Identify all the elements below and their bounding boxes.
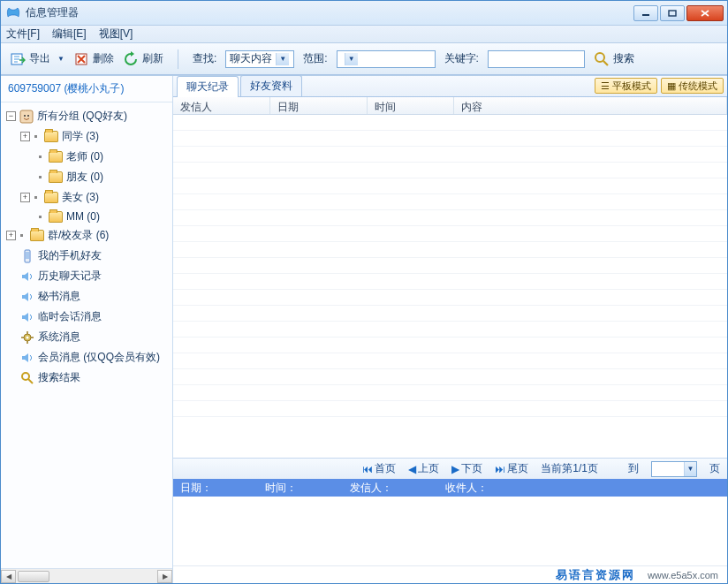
export-button[interactable]: 导出 ▼ — [10, 51, 64, 67]
page-suffix: 页 — [709, 461, 720, 476]
tab-chat[interactable]: 聊天纪录 — [177, 76, 239, 97]
close-button[interactable] — [686, 5, 724, 21]
folder-icon — [44, 131, 58, 142]
tree-node-friends[interactable]: 朋友 (0) — [3, 167, 171, 187]
scroll-left-icon[interactable]: ◀ — [1, 570, 16, 583]
classic-mode-button[interactable]: ▦传统模式 — [661, 78, 724, 94]
menubar: 文件[F] 编辑[E] 视图[V] — [1, 26, 727, 43]
scroll-track[interactable] — [16, 570, 157, 583]
window: 信息管理器 文件[F] 编辑[E] 视图[V] 导出 ▼ 删除 刷新 查找: 聊… — [0, 0, 728, 584]
tab-info[interactable]: 好友资料 — [240, 75, 302, 96]
range-select[interactable]: ▼ — [337, 50, 436, 68]
range-label: 范围: — [303, 51, 327, 66]
table-row[interactable] — [173, 306, 727, 322]
svg-point-4 — [595, 53, 604, 62]
expand-icon[interactable]: + — [20, 132, 30, 141]
detail-sender-label: 发信人： — [350, 481, 392, 496]
tree-label: 会员消息 (仅QQ会员有效) — [38, 350, 160, 365]
tree-node-classmates[interactable]: +同学 (3) — [3, 126, 171, 147]
export-dropdown-icon[interactable]: ▼ — [57, 55, 64, 63]
table-row[interactable] — [173, 401, 727, 417]
sidebar-scrollbar[interactable]: ◀ ▶ — [1, 568, 172, 583]
table-row[interactable] — [173, 338, 727, 353]
scroll-right-icon[interactable]: ▶ — [157, 570, 172, 583]
next-page-button[interactable]: ▶下页 — [451, 461, 482, 476]
tree-node-mobile[interactable]: 我的手机好友 — [3, 246, 171, 266]
menu-edit[interactable]: 编辑[E] — [52, 27, 87, 42]
tree-node-history[interactable]: 历史聊天记录 — [3, 266, 171, 286]
table-row[interactable] — [173, 163, 727, 178]
table-row[interactable] — [173, 385, 727, 401]
table-row[interactable] — [173, 322, 727, 338]
prev-page-button[interactable]: ◀上页 — [408, 461, 439, 476]
table-row[interactable] — [173, 194, 727, 210]
speaker-icon — [20, 310, 34, 324]
tree-node-beauty[interactable]: +美女 (3) — [3, 187, 171, 208]
tree-node-temp[interactable]: 临时会话消息 — [3, 307, 171, 327]
minimize-button[interactable] — [633, 5, 658, 21]
col-content[interactable]: 内容 — [454, 97, 727, 114]
grid-header: 发信人 日期 时间 内容 — [173, 97, 727, 115]
refresh-button[interactable]: 刷新 — [123, 51, 163, 67]
table-row[interactable] — [173, 131, 727, 147]
tree-node-all-groups[interactable]: − 所有分组 (QQ好友) — [3, 106, 171, 126]
delete-button[interactable]: 删除 — [73, 51, 114, 67]
speaker-icon — [20, 290, 34, 304]
search-button[interactable]: 搜索 — [594, 51, 634, 67]
delete-label: 删除 — [93, 51, 114, 66]
tree-node-secretary[interactable]: 秘书消息 — [3, 286, 171, 307]
svg-point-7 — [27, 115, 29, 117]
tree-label: 系统消息 — [38, 330, 80, 345]
gear-icon — [20, 330, 34, 345]
first-page-button[interactable]: ⏮首页 — [362, 461, 396, 476]
goto-page-input[interactable]: ▼ — [651, 461, 697, 477]
folder-icon — [30, 230, 44, 241]
mode-label: 传统模式 — [679, 80, 717, 93]
folder-icon — [44, 192, 58, 203]
prev-icon: ◀ — [408, 463, 416, 475]
table-row[interactable] — [173, 274, 727, 290]
detail-receiver-label: 收件人： — [445, 481, 488, 496]
menu-view[interactable]: 视图[V] — [99, 27, 133, 42]
svg-rect-9 — [26, 252, 29, 259]
keyword-input[interactable] — [488, 50, 585, 68]
flat-mode-button[interactable]: ☰平板模式 — [595, 78, 657, 94]
tree-node-search[interactable]: 搜索结果 — [3, 368, 171, 388]
tree-node-member[interactable]: 会员消息 (仅QQ会员有效) — [3, 347, 171, 368]
table-row[interactable] — [173, 290, 727, 306]
table-row[interactable] — [173, 369, 727, 385]
table-row[interactable] — [173, 147, 727, 163]
speaker-icon — [20, 351, 34, 365]
pager-label: 下页 — [461, 461, 482, 476]
table-row[interactable] — [173, 226, 727, 242]
find-select[interactable]: 聊天内容 ▼ — [225, 50, 294, 68]
export-icon — [10, 51, 26, 67]
menu-file[interactable]: 文件[F] — [6, 27, 40, 42]
table-row[interactable] — [173, 210, 727, 226]
table-row[interactable] — [173, 258, 727, 274]
tree-node-system[interactable]: 系统消息 — [3, 327, 171, 347]
tree-node-mm[interactable]: MM (0) — [3, 208, 171, 225]
toolbar: 导出 ▼ 删除 刷新 查找: 聊天内容 ▼ 范围: ▼ 关键字: 搜索 — [1, 43, 727, 75]
col-date[interactable]: 日期 — [270, 97, 368, 114]
tree-node-groups[interactable]: +群/校友录 (6) — [3, 225, 171, 246]
pager: ⏮首页 ◀上页 ▶下页 ⏭尾页 当前第1/1页 到 ▼ 页 — [173, 458, 727, 479]
collapse-icon[interactable]: − — [6, 111, 16, 121]
last-icon: ⏭ — [495, 463, 505, 475]
col-sender[interactable]: 发信人 — [173, 97, 270, 114]
phone-icon — [20, 249, 34, 263]
col-time[interactable]: 时间 — [368, 97, 454, 114]
table-row[interactable] — [173, 115, 727, 131]
table-row[interactable] — [173, 353, 727, 369]
table-row[interactable] — [173, 178, 727, 194]
last-page-button[interactable]: ⏭尾页 — [495, 461, 528, 476]
maximize-button[interactable] — [660, 5, 685, 21]
detail-time-label: 时间： — [265, 481, 297, 496]
tree-node-teachers[interactable]: 老师 (0) — [3, 147, 171, 167]
expand-icon[interactable]: + — [20, 193, 30, 202]
scroll-thumb[interactable] — [18, 571, 49, 582]
table-row[interactable] — [173, 242, 727, 258]
brand-url: www.e5a5x.com — [648, 570, 718, 580]
expand-icon[interactable]: + — [6, 231, 16, 240]
brand-text: 易语言资源网 — [556, 567, 635, 583]
